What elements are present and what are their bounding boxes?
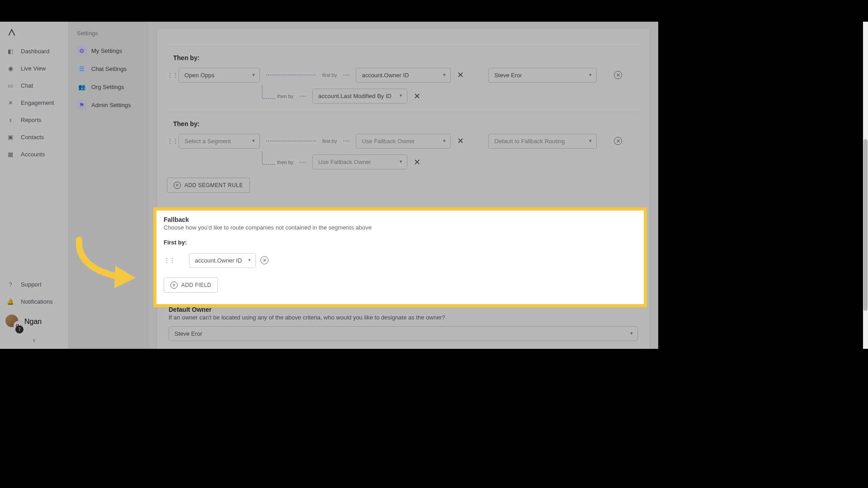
remove-field-button[interactable]: ✕ [455, 134, 466, 148]
default-owner-section: Default Owner If an owner can't be locat… [167, 306, 640, 341]
drag-handle-icon[interactable]: ⋮⋮ [167, 71, 174, 79]
nav-dashboard[interactable]: ◧Dashboard [0, 42, 68, 60]
subnav-my-settings[interactable]: ⚙My Settings [73, 42, 143, 59]
scrollbar-thumb[interactable] [863, 139, 868, 311]
owner-select[interactable]: Steve Eror [488, 68, 597, 83]
remove-field-button[interactable]: ✕ [412, 89, 422, 103]
nav-label: Accounts [21, 151, 45, 158]
subnav-chat-settings[interactable]: ☰Chat Settings [73, 60, 143, 77]
bell-icon: 🔔 [6, 297, 14, 305]
gear-icon: ⚙ [77, 46, 87, 56]
admin-icon: ⚑ [77, 100, 87, 110]
nav-label: Support [21, 281, 42, 288]
nav-support[interactable]: ?Support [0, 276, 68, 293]
close-icon: ✕ [616, 139, 620, 144]
main-nav: ◧Dashboard ◉Live View ▭Chat ✕Engagement … [0, 22, 69, 349]
first-by-heading: First by: [164, 239, 637, 246]
then-by-label: then by [277, 94, 293, 99]
button-label: Add Segment Rule [184, 182, 243, 188]
segment-rule-block: Then by: ⋮⋮ Open Opps first by account.O… [167, 54, 640, 103]
nav-label: Reports [21, 117, 42, 123]
then-by-label: then by [277, 160, 293, 165]
settings-subnav: Settings ⚙My Settings ☰Chat Settings 👥Or… [69, 22, 148, 349]
rule-label: Then by: [173, 120, 640, 127]
accounts-icon: ▦ [6, 150, 14, 158]
connector-line [300, 162, 306, 163]
close-icon: ✕ [616, 73, 620, 78]
dashboard-icon: ◧ [6, 47, 14, 55]
nav-label: Contacts [21, 134, 44, 141]
plus-circle-icon: + [174, 182, 181, 189]
collapse-nav-button[interactable]: ‹ [0, 333, 68, 349]
subnav-title: Settings [73, 28, 143, 42]
org-icon: 👥 [77, 82, 87, 92]
engagement-icon: ✕ [6, 99, 14, 107]
close-icon: ✕ [414, 91, 420, 101]
connector-line [266, 75, 316, 75]
button-label: Add Field [181, 282, 211, 288]
user-name: Ngan [24, 318, 42, 326]
close-icon: ✕ [414, 157, 420, 167]
section-description: Choose how you'd like to route companies… [164, 224, 637, 231]
chevron-left-icon: ‹ [33, 336, 35, 344]
remove-rule-button[interactable]: ✕ [614, 71, 622, 79]
section-description: If an owner can't be located using any o… [169, 314, 638, 321]
reports-icon: ⫾ [6, 116, 14, 124]
first-by-label: first by [322, 72, 337, 78]
nav-contacts[interactable]: ▣Contacts [0, 128, 68, 145]
plus-circle-icon: + [170, 282, 178, 289]
add-segment-rule-button[interactable]: +Add Segment Rule [167, 178, 250, 193]
subnav-admin-settings[interactable]: ⚑Admin Settings [73, 96, 143, 113]
first-by-field-select[interactable]: Use Fallback Owner [356, 134, 451, 149]
notification-count: 7 [15, 325, 24, 333]
owner-select[interactable]: Default to Fallback Routing [488, 134, 597, 149]
close-icon: ✕ [457, 70, 464, 80]
connector-line [262, 85, 275, 99]
then-by-field-select[interactable]: Use Fallback Owner [312, 155, 407, 169]
first-by-field-select[interactable]: account.Owner ID [356, 68, 451, 83]
remove-rule-button[interactable]: ✕ [614, 137, 622, 145]
nav-label: Chat [21, 82, 33, 89]
subnav-label: Admin Settings [91, 102, 131, 108]
chat-icon: ▭ [6, 81, 14, 89]
brand-logo [0, 22, 68, 42]
connector-line [266, 141, 316, 141]
nav-chat[interactable]: ▭Chat [0, 77, 68, 94]
drag-handle-icon[interactable]: ⋮⋮ [164, 257, 171, 264]
help-icon: ? [6, 280, 14, 288]
chat-settings-icon: ☰ [77, 64, 87, 74]
segment-select[interactable]: Open Opps [179, 68, 260, 83]
close-icon: ✕ [263, 258, 267, 263]
subnav-label: Org Settings [91, 84, 124, 90]
fallback-field-select[interactable]: account.Owner ID [189, 253, 256, 268]
default-owner-select[interactable]: Steve Eror [169, 326, 638, 341]
nav-label: Live View [21, 65, 46, 72]
remove-field-button[interactable]: ✕ [412, 155, 422, 169]
connector-line [343, 75, 349, 75]
remove-field-button[interactable]: ✕ [455, 68, 466, 82]
nav-label: Engagement [21, 99, 54, 106]
segment-select[interactable]: Select a Segment [179, 134, 260, 149]
remove-field-button[interactable]: ✕ [260, 256, 269, 264]
fallback-highlight: Fallback Choose how you'd like to route … [153, 207, 647, 307]
connector-line [300, 96, 306, 97]
nav-reports[interactable]: ⫾Reports [0, 111, 68, 128]
then-by-field-select[interactable]: account.Last Modified By ID [312, 89, 407, 103]
nav-engagement[interactable]: ✕Engagement [0, 94, 68, 111]
nav-notifications[interactable]: 🔔Notifications [0, 293, 68, 310]
section-title: Fallback [164, 216, 637, 223]
drag-handle-icon[interactable]: ⋮⋮ [167, 137, 174, 145]
add-field-button[interactable]: +Add Field [164, 277, 218, 293]
scrollbar-track[interactable] [863, 22, 868, 349]
nav-label: Notifications [21, 298, 53, 305]
close-icon: ✕ [457, 136, 464, 146]
nav-accounts[interactable]: ▦Accounts [0, 145, 68, 163]
subnav-label: My Settings [91, 47, 122, 54]
contacts-icon: ▣ [6, 133, 14, 141]
nav-live-view[interactable]: ◉Live View [0, 60, 68, 77]
user-menu[interactable]: g. 7 Ngan [0, 310, 68, 333]
segment-rule-block: Then by: ⋮⋮ Select a Segment first by Us… [167, 120, 640, 169]
connector-line [343, 141, 349, 141]
subnav-label: Chat Settings [91, 66, 127, 72]
subnav-org-settings[interactable]: 👥Org Settings [73, 78, 143, 95]
